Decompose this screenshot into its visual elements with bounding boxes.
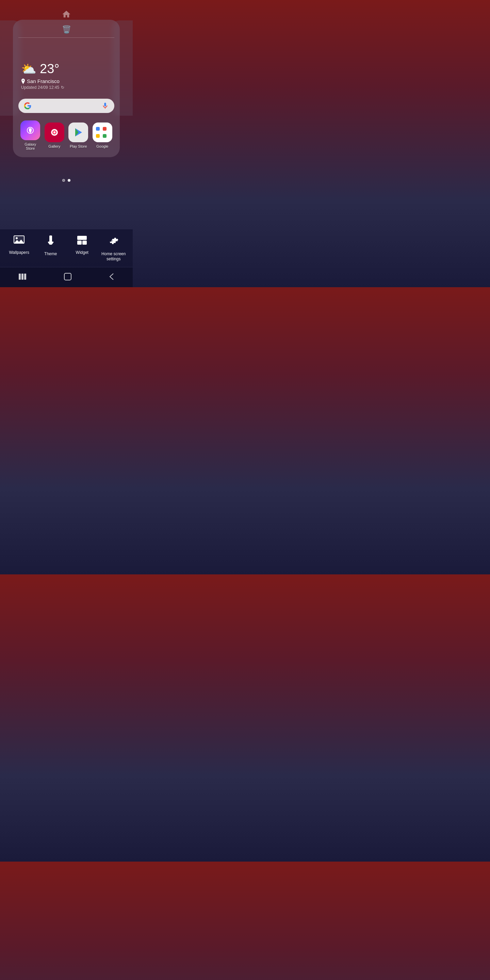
google-g-logo bbox=[24, 102, 31, 110]
mic-icon[interactable] bbox=[102, 102, 109, 110]
home-screen-settings-label: Home screen settings bbox=[98, 251, 130, 262]
svg-point-4 bbox=[53, 131, 56, 134]
nav-recent-button[interactable] bbox=[19, 274, 26, 282]
widget-label: Widget bbox=[76, 250, 89, 256]
weather-location: San Francisco bbox=[21, 78, 111, 84]
svg-rect-14 bbox=[48, 242, 53, 243]
wallpapers-icon bbox=[14, 235, 24, 247]
svg-rect-22 bbox=[24, 274, 26, 280]
updated-text: Updated 24/09 12:45 bbox=[21, 85, 59, 90]
theme-icon bbox=[46, 235, 56, 249]
svg-rect-0 bbox=[29, 128, 32, 132]
divider bbox=[18, 37, 115, 38]
nav-bar bbox=[0, 267, 133, 287]
svg-rect-13 bbox=[49, 235, 52, 242]
delete-icon[interactable]: 🗑️ bbox=[62, 25, 71, 34]
delete-icon-row: 🗑️ bbox=[18, 25, 115, 34]
galaxy-store-label: GalaxyStore bbox=[24, 142, 36, 150]
page-dot-2[interactable] bbox=[68, 179, 70, 182]
app-galaxy-store[interactable]: GalaxyStore bbox=[21, 121, 40, 150]
weather-icon: ⛅ bbox=[21, 62, 37, 76]
page-dot-1[interactable] bbox=[62, 179, 65, 182]
google-youtube-cell bbox=[103, 134, 107, 138]
google-label: Google bbox=[96, 144, 108, 148]
nav-home-button[interactable] bbox=[64, 273, 72, 282]
search-bar[interactable] bbox=[18, 99, 115, 113]
location-text: San Francisco bbox=[27, 78, 60, 84]
widget-icon bbox=[77, 235, 87, 247]
location-pin-icon bbox=[21, 79, 25, 84]
galaxy-store-icon bbox=[21, 121, 40, 140]
home-screen-settings-icon bbox=[108, 235, 119, 249]
refresh-icon[interactable]: ↻ bbox=[61, 85, 64, 90]
menu-theme[interactable]: Theme bbox=[35, 235, 67, 257]
app-gallery[interactable]: Gallery bbox=[45, 123, 64, 148]
app-play-store[interactable]: Play Store bbox=[68, 123, 88, 148]
svg-rect-21 bbox=[21, 274, 24, 280]
theme-label: Theme bbox=[44, 251, 57, 257]
svg-rect-17 bbox=[77, 236, 87, 240]
weather-row: ⛅ 23° bbox=[21, 62, 111, 76]
weather-temp: 23° bbox=[40, 62, 59, 76]
google-chrome-cell bbox=[96, 127, 100, 130]
main-card: 🗑️ ⛅ 23° San Francisco Updated 24/09 12:… bbox=[13, 20, 120, 157]
svg-rect-16 bbox=[49, 244, 52, 245]
menu-wallpapers[interactable]: Wallpapers bbox=[3, 235, 35, 256]
bottom-menu: Wallpapers Theme Widget bbox=[0, 229, 133, 267]
svg-rect-15 bbox=[49, 243, 53, 244]
google-gmail-cell bbox=[103, 127, 107, 130]
gallery-icon bbox=[45, 123, 64, 142]
svg-point-12 bbox=[16, 237, 18, 239]
svg-rect-19 bbox=[82, 240, 87, 245]
app-row: GalaxyStore Gallery bbox=[18, 118, 115, 152]
app-google[interactable]: Google bbox=[92, 123, 112, 148]
play-store-icon bbox=[68, 123, 88, 142]
svg-rect-23 bbox=[64, 273, 71, 280]
svg-rect-20 bbox=[19, 274, 21, 280]
page-dots bbox=[62, 179, 70, 182]
menu-home-screen-settings[interactable]: Home screen settings bbox=[98, 235, 130, 262]
nav-back-button[interactable] bbox=[109, 273, 114, 282]
svg-rect-18 bbox=[77, 240, 82, 245]
svg-rect-1 bbox=[30, 132, 31, 133]
gallery-label: Gallery bbox=[48, 144, 60, 148]
weather-updated: Updated 24/09 12:45 ↻ bbox=[21, 85, 111, 90]
menu-widget[interactable]: Widget bbox=[66, 235, 98, 256]
weather-area: ⛅ 23° San Francisco Updated 24/09 12:45 … bbox=[18, 41, 115, 94]
play-store-label: Play Store bbox=[70, 144, 87, 148]
google-maps-cell bbox=[96, 134, 100, 138]
wallpapers-label: Wallpapers bbox=[9, 250, 29, 256]
google-icon-box bbox=[92, 123, 112, 142]
